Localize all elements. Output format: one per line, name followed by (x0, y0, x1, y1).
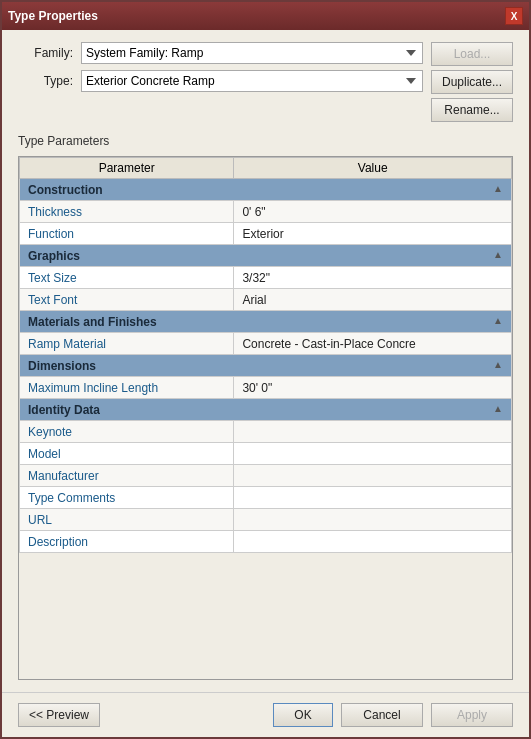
category-label: Materials and Finishes (28, 315, 157, 329)
table-row: Keynote (20, 421, 512, 443)
table-category-row: Identity Data▲ (20, 399, 512, 421)
type-select[interactable]: Exterior Concrete Ramp (81, 70, 423, 92)
param-value[interactable]: 30' 0" (234, 377, 512, 399)
param-name: Ramp Material (20, 333, 234, 355)
apply-button[interactable]: Apply (431, 703, 513, 727)
param-name: URL (20, 509, 234, 531)
family-select[interactable]: System Family: Ramp (81, 42, 423, 64)
param-value[interactable]: Arial (234, 289, 512, 311)
rename-button[interactable]: Rename... (431, 98, 513, 122)
category-arrow-icon: ▲ (493, 403, 503, 414)
footer-right-buttons: OK Cancel Apply (273, 703, 513, 727)
category-arrow-icon: ▲ (493, 183, 503, 194)
family-label: Family: (18, 46, 73, 60)
param-value[interactable] (234, 509, 512, 531)
family-row: Family: System Family: Ramp (18, 42, 423, 64)
type-row: Type: Exterior Concrete Ramp (18, 70, 423, 92)
param-value[interactable] (234, 443, 512, 465)
table-category-row: Graphics▲ (20, 245, 512, 267)
param-name: Function (20, 223, 234, 245)
parameters-table: Parameter Value Construction▲Thickness0'… (19, 157, 512, 553)
table-category-row: Construction▲ (20, 179, 512, 201)
param-name: Description (20, 531, 234, 553)
param-name: Thickness (20, 201, 234, 223)
param-value[interactable]: 0' 6" (234, 201, 512, 223)
category-label: Identity Data (28, 403, 100, 417)
category-label: Dimensions (28, 359, 96, 373)
param-value[interactable]: 3/32" (234, 267, 512, 289)
cancel-button[interactable]: Cancel (341, 703, 423, 727)
table-wrapper[interactable]: Parameter Value Construction▲Thickness0'… (19, 157, 512, 679)
close-button[interactable]: X (505, 7, 523, 25)
param-name: Model (20, 443, 234, 465)
param-value[interactable]: Concrete - Cast-in-Place Concre (234, 333, 512, 355)
param-value[interactable] (234, 531, 512, 553)
param-column-header: Parameter (20, 158, 234, 179)
category-arrow-icon: ▲ (493, 249, 503, 260)
table-row: Maximum Incline Length30' 0" (20, 377, 512, 399)
footer: << Preview OK Cancel Apply (2, 692, 529, 737)
type-properties-window: Type Properties X Family: System Family:… (0, 0, 531, 739)
type-label: Type: (18, 74, 73, 88)
load-button[interactable]: Load... (431, 42, 513, 66)
category-label: Graphics (28, 249, 80, 263)
right-buttons: Load... Duplicate... Rename... (431, 42, 513, 122)
form-fields: Family: System Family: Ramp Type: Exteri… (18, 42, 423, 122)
param-name: Text Size (20, 267, 234, 289)
main-content: Family: System Family: Ramp Type: Exteri… (2, 30, 529, 692)
table-category-row: Dimensions▲ (20, 355, 512, 377)
param-name: Keynote (20, 421, 234, 443)
param-name: Manufacturer (20, 465, 234, 487)
param-value[interactable] (234, 465, 512, 487)
table-row: FunctionExterior (20, 223, 512, 245)
preview-button[interactable]: << Preview (18, 703, 100, 727)
param-name: Text Font (20, 289, 234, 311)
category-arrow-icon: ▲ (493, 315, 503, 326)
ok-button[interactable]: OK (273, 703, 333, 727)
table-row: URL (20, 509, 512, 531)
param-value[interactable]: Exterior (234, 223, 512, 245)
table-row: Text FontArial (20, 289, 512, 311)
param-name: Type Comments (20, 487, 234, 509)
category-arrow-icon: ▲ (493, 359, 503, 370)
table-category-row: Materials and Finishes▲ (20, 311, 512, 333)
table-row: Description (20, 531, 512, 553)
table-row: Ramp MaterialConcrete - Cast-in-Place Co… (20, 333, 512, 355)
category-label: Construction (28, 183, 103, 197)
value-column-header: Value (234, 158, 512, 179)
table-row: Type Comments (20, 487, 512, 509)
table-row: Manufacturer (20, 465, 512, 487)
table-row: Thickness0' 6" (20, 201, 512, 223)
table-header-row: Parameter Value (20, 158, 512, 179)
param-value[interactable] (234, 421, 512, 443)
title-bar: Type Properties X (2, 2, 529, 30)
param-value[interactable] (234, 487, 512, 509)
top-form-area: Family: System Family: Ramp Type: Exteri… (18, 42, 513, 122)
title-bar-title: Type Properties (8, 9, 98, 23)
duplicate-button[interactable]: Duplicate... (431, 70, 513, 94)
table-row: Model (20, 443, 512, 465)
type-parameters-label: Type Parameters (18, 134, 513, 148)
parameters-table-container: Parameter Value Construction▲Thickness0'… (18, 156, 513, 680)
table-row: Text Size3/32" (20, 267, 512, 289)
param-name: Maximum Incline Length (20, 377, 234, 399)
window-title: Type Properties (8, 9, 98, 23)
